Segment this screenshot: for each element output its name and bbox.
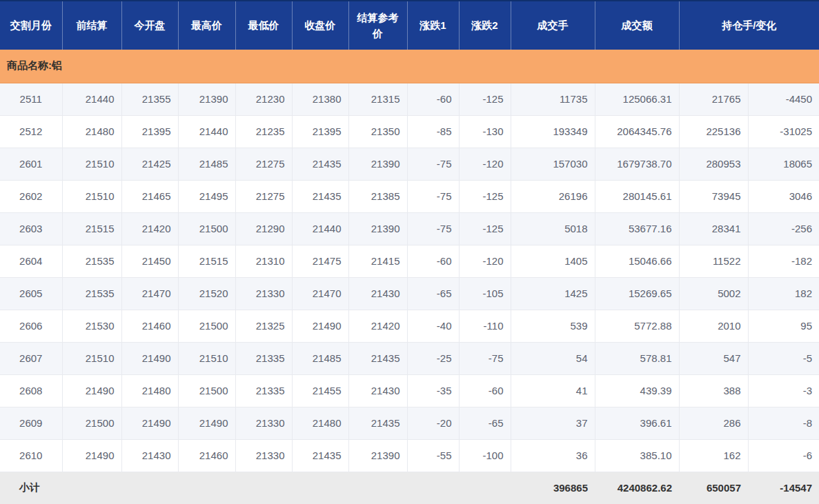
cell-value: -75 <box>407 212 459 245</box>
cell-value: 21470 <box>121 277 178 310</box>
cell-value: 21435 <box>348 407 407 439</box>
cell-value: 21535 <box>62 277 121 310</box>
col-volume: 成交手 <box>511 1 595 50</box>
header-row: 交割月份 前结算 今开盘 最高价 最低价 收盘价 结算参考价 涨跌1 涨跌2 成… <box>0 1 819 50</box>
subtotal-spacer <box>62 472 511 504</box>
col-close: 收盘价 <box>292 1 348 50</box>
cell-value: -75 <box>407 148 459 180</box>
cell-value: 1405 <box>511 245 595 277</box>
cell-value: -75 <box>407 180 459 212</box>
commodity-name-label: 商品名称:铝 <box>0 50 819 83</box>
subtotal-label: 小计 <box>0 472 62 504</box>
col-change1: 涨跌1 <box>407 1 459 50</box>
cell-value: 21480 <box>62 115 121 148</box>
cell-value: 162 <box>679 439 748 472</box>
table-row: 2610214902143021460213302143521390-55-10… <box>0 439 819 472</box>
cell-value: 21390 <box>348 212 407 245</box>
cell-value: 21290 <box>235 212 292 245</box>
cell-value: 3046 <box>748 180 819 212</box>
cell-value: -3 <box>748 374 819 407</box>
cell-value: 21490 <box>292 310 348 342</box>
cell-value: 11522 <box>679 245 748 277</box>
cell-value: 41 <box>511 374 595 407</box>
cell-value: 28341 <box>679 212 748 245</box>
cell-value: 21490 <box>121 407 178 439</box>
cell-value: 280953 <box>679 148 748 180</box>
cell-value: 21355 <box>121 83 178 115</box>
cell-value: 53677.16 <box>595 212 679 245</box>
cell-value: -125 <box>459 83 511 115</box>
cell-value: -182 <box>748 245 819 277</box>
cell-value: 182 <box>748 277 819 310</box>
cell-value: -20 <box>407 407 459 439</box>
cell-value: 21495 <box>178 180 235 212</box>
cell-value: -65 <box>407 277 459 310</box>
col-high: 最高价 <box>178 1 235 50</box>
cell-value: -100 <box>459 439 511 472</box>
cell-value: 21435 <box>292 148 348 180</box>
cell-value: 21510 <box>62 342 121 374</box>
cell-value: -35 <box>407 374 459 407</box>
col-settlement-ref: 结算参考价 <box>348 1 407 50</box>
cell-value: 95 <box>748 310 819 342</box>
cell-value: 21390 <box>178 83 235 115</box>
table-row: 2601215102142521485212752143521390-75-12… <box>0 148 819 180</box>
cell-value: -130 <box>459 115 511 148</box>
cell-value: 21275 <box>235 148 292 180</box>
cell-value: 539 <box>511 310 595 342</box>
cell-value: -6 <box>748 439 819 472</box>
cell-value: 21480 <box>121 374 178 407</box>
cell-value: -125 <box>459 212 511 245</box>
cell-value: 21315 <box>348 83 407 115</box>
subtotal-open-interest: 650057 <box>679 472 748 504</box>
subtotal-turnover: 4240862.62 <box>595 472 679 504</box>
cell-value: 15269.65 <box>595 277 679 310</box>
cell-value: -120 <box>459 148 511 180</box>
cell-value: 21435 <box>348 342 407 374</box>
cell-value: 21325 <box>235 310 292 342</box>
cell-delivery-month: 2609 <box>0 407 62 439</box>
cell-value: -105 <box>459 277 511 310</box>
cell-value: 21430 <box>121 439 178 472</box>
cell-delivery-month: 2608 <box>0 374 62 407</box>
cell-value: 21510 <box>62 180 121 212</box>
cell-value: 21435 <box>292 180 348 212</box>
cell-value: 21310 <box>235 245 292 277</box>
cell-value: 439.39 <box>595 374 679 407</box>
cell-delivery-month: 2610 <box>0 439 62 472</box>
table-header: 交割月份 前结算 今开盘 最高价 最低价 收盘价 结算参考价 涨跌1 涨跌2 成… <box>0 1 819 50</box>
cell-value: 21440 <box>178 115 235 148</box>
cell-value: 21450 <box>121 245 178 277</box>
cell-value: 21330 <box>235 277 292 310</box>
cell-value: -110 <box>459 310 511 342</box>
cell-value: 21485 <box>178 148 235 180</box>
cell-delivery-month: 2604 <box>0 245 62 277</box>
cell-value: 26196 <box>511 180 595 212</box>
cell-value: 21395 <box>121 115 178 148</box>
table-row: 2604215352145021515213102147521415-60-12… <box>0 245 819 277</box>
table-row: 2511214402135521390212302138021315-60-12… <box>0 83 819 115</box>
subtotal-row: 小计 396865 4240862.62 650057 -14547 <box>0 472 819 504</box>
cell-value: 21500 <box>178 310 235 342</box>
cell-delivery-month: 2511 <box>0 83 62 115</box>
table-body: 2511214402135521390212302138021315-60-12… <box>0 83 819 472</box>
cell-value: 21530 <box>62 310 121 342</box>
cell-value: 2010 <box>679 310 748 342</box>
cell-value: 193349 <box>511 115 595 148</box>
cell-value: 15046.66 <box>595 245 679 277</box>
cell-value: -85 <box>407 115 459 148</box>
cell-value: 21420 <box>121 212 178 245</box>
col-change2: 涨跌2 <box>459 1 511 50</box>
cell-value: 21435 <box>292 439 348 472</box>
cell-value: 5018 <box>511 212 595 245</box>
cell-value: -75 <box>459 342 511 374</box>
cell-value: -60 <box>407 245 459 277</box>
subtotal-change: -14547 <box>748 472 819 504</box>
cell-value: 21500 <box>62 407 121 439</box>
cell-value: 18065 <box>748 148 819 180</box>
cell-value: 21470 <box>292 277 348 310</box>
cell-value: -55 <box>407 439 459 472</box>
cell-delivery-month: 2601 <box>0 148 62 180</box>
table-row: 2606215302146021500213252149021420-40-11… <box>0 310 819 342</box>
cell-value: 21335 <box>235 342 292 374</box>
